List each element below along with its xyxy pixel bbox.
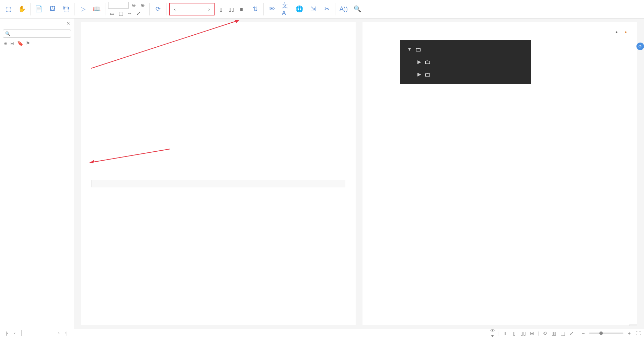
sb-v1-icon[interactable]: ⫿ [502, 330, 508, 336]
tool-rotate[interactable]: ⟳ [151, 0, 165, 18]
bm-tool-3-icon[interactable]: 🔖 [17, 40, 23, 46]
sb-full-icon[interactable]: ⛶ [635, 330, 641, 336]
view-double-icon[interactable]: ▯▯ [228, 5, 235, 13]
fit-3-icon[interactable]: ↔ [126, 10, 134, 17]
fit-2-icon[interactable]: ⬚ [117, 10, 125, 17]
tool-splitmerge[interactable]: ⿻ [59, 0, 73, 18]
tool-hand[interactable]: ✋ [15, 0, 29, 18]
sb-zoom-minus-icon[interactable]: − [580, 330, 586, 336]
document-content: ● ● ▼🗀 ▶🗀 ▶🗀 ⟳ [74, 19, 644, 329]
sb-eye-icon[interactable]: 👁▾ [490, 328, 496, 337]
page-badge [630, 324, 637, 326]
tool-autoscroll[interactable]: ⇅ [248, 0, 262, 18]
sidebar-close-icon[interactable]: ✕ [66, 21, 70, 26]
tool-fulltrans[interactable]: 🌐 [292, 0, 306, 18]
tool-read[interactable]: A)) [337, 0, 350, 18]
sb-r1-icon[interactable]: ⟲ [542, 330, 548, 336]
sb-r3-icon[interactable]: ⬚ [560, 330, 566, 336]
tool-pdf2img[interactable]: 🖼 [46, 0, 59, 18]
code-block [91, 180, 345, 187]
bookmark-search-input[interactable] [12, 31, 69, 36]
tool-compare[interactable]: ✂ [320, 0, 334, 18]
sb-r2-icon[interactable]: ▥ [551, 330, 557, 336]
page-right: ● ● ▼🗀 ▶🗀 ▶🗀 [363, 22, 637, 325]
sb-last-icon[interactable]: ›| [63, 331, 69, 336]
tool-readmode[interactable]: 📖 [90, 0, 104, 18]
sb-first-icon[interactable]: |‹ [4, 331, 10, 336]
sb-next-icon[interactable]: › [56, 331, 62, 336]
zoom-slider[interactable] [589, 333, 623, 334]
fit-4-icon[interactable]: ⤢ [135, 10, 142, 17]
page-input[interactable] [178, 7, 206, 12]
sb-prev-icon[interactable]: ‹ [12, 331, 18, 336]
libs-tree-image: ▼🗀 ▶🗀 ▶🗀 [400, 40, 531, 84]
sb-v2-icon[interactable]: ▯ [511, 330, 517, 336]
view-single-icon[interactable]: ▯ [217, 5, 225, 13]
tool-wordtrans[interactable]: 文A [279, 0, 292, 18]
sb-zoom-plus-icon[interactable]: + [626, 330, 632, 336]
fit-1-icon[interactable]: ▭ [108, 10, 116, 17]
zoom-in-icon[interactable]: ⊕ [139, 1, 147, 9]
tool-play[interactable]: ▷ [76, 0, 90, 18]
sb-page-input[interactable] [21, 330, 52, 336]
page-next-icon[interactable]: › [206, 7, 212, 12]
tool-background[interactable]: 👁 [265, 0, 279, 18]
tool-find[interactable]: 🔍 [350, 0, 364, 18]
sb-v4-icon[interactable]: ⊞ [529, 330, 535, 336]
search-icon: 🔍 [5, 31, 10, 36]
bm-tool-4-icon[interactable]: ⚑ [26, 40, 30, 46]
legend-unsupported: ● [624, 29, 627, 36]
page-nav-box: ‹ › [169, 3, 215, 15]
right-float-button[interactable]: ⟳ [636, 43, 644, 50]
page-left [81, 22, 356, 325]
legend-supported: ● [616, 29, 618, 36]
page-prev-icon[interactable]: ‹ [171, 7, 178, 12]
bookmarks-sidebar: ✕ 🔍 ⊞ ⊟ 🔖 ⚑ [0, 19, 74, 329]
view-cont-icon[interactable]: ⫼ [238, 5, 245, 13]
tool-compress[interactable]: ⇲ [306, 0, 320, 18]
tool-pdf2office[interactable]: 📄 [32, 0, 46, 18]
bm-tool-2-icon[interactable]: ⊟ [10, 40, 14, 46]
zoom-out-icon[interactable]: ⊖ [130, 1, 138, 9]
zoom-combo[interactable] [108, 2, 129, 9]
sb-v3-icon[interactable]: ▯▯ [520, 330, 526, 336]
tool-select[interactable]: ⬚ [1, 0, 15, 18]
bm-tool-1-icon[interactable]: ⊞ [3, 40, 8, 46]
sb-r4-icon[interactable]: ⤢ [568, 330, 575, 336]
